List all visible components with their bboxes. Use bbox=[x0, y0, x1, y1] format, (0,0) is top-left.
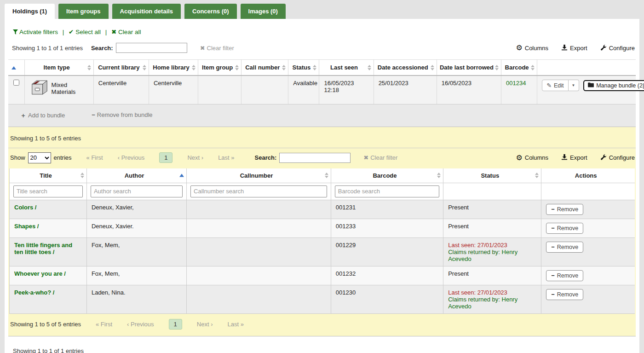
title-link[interactable]: Whoever you are / bbox=[14, 270, 66, 277]
title-link[interactable]: Peek-a-who? / bbox=[14, 289, 54, 296]
column-header-status[interactable]: Status bbox=[443, 168, 541, 183]
bundle-showing-info-bottom: Showing 1 to 5 of 5 entries bbox=[10, 321, 81, 328]
item-type-label: Mixed Materials bbox=[52, 81, 89, 95]
add-to-bundle-button[interactable]: ＋Add to bundle bbox=[20, 111, 65, 120]
manage-bundle-button[interactable]: Manage bundle (2|3) bbox=[583, 80, 644, 91]
column-label: Callnumber bbox=[240, 172, 273, 179]
title-link[interactable]: Ten little fingers and ten little toes / bbox=[14, 242, 72, 255]
tab-item-groups[interactable]: Item groups bbox=[58, 4, 108, 19]
title-filter-input[interactable] bbox=[13, 185, 83, 197]
column-header-current-library[interactable]: Current library bbox=[93, 60, 149, 76]
remove-label: Remove bbox=[557, 206, 579, 213]
tab-holdings[interactable]: Holdings (1) bbox=[5, 4, 55, 19]
remove-button[interactable]: −Remove bbox=[546, 270, 583, 281]
pagination-first-button[interactable]: « First bbox=[86, 154, 103, 161]
column-header-item-type[interactable]: Item type bbox=[24, 60, 93, 76]
column-header-select[interactable] bbox=[8, 60, 24, 76]
row-select-checkbox[interactable] bbox=[13, 80, 19, 86]
pagination-page-1-button[interactable]: 1 bbox=[169, 319, 182, 330]
sort-icon bbox=[437, 173, 441, 178]
sort-icon bbox=[192, 65, 196, 70]
column-label: Title bbox=[40, 172, 52, 179]
column-header-status[interactable]: Status bbox=[288, 60, 319, 76]
pagination-next-button[interactable]: Next › bbox=[197, 321, 213, 328]
edit-dropdown-toggle[interactable]: ▼ bbox=[569, 80, 579, 91]
holdings-search-input[interactable] bbox=[116, 43, 187, 53]
holdings-showing-info: Showing 1 to 1 of 1 entries bbox=[12, 45, 83, 52]
page-size-select[interactable]: 20 bbox=[28, 152, 51, 163]
holdings-showing-info-bottom: Showing 1 to 1 of 1 entries bbox=[8, 336, 636, 353]
column-label: Home library bbox=[153, 64, 189, 71]
remove-from-bundle-button[interactable]: −Remove from bundle bbox=[92, 111, 152, 120]
pagination-previous-button[interactable]: ‹ Previous bbox=[118, 154, 145, 161]
configure-button[interactable]: Configure bbox=[600, 154, 635, 162]
column-header-call-number[interactable]: Call number bbox=[242, 60, 288, 76]
minus-icon: − bbox=[551, 272, 554, 279]
status-cell: Last seen: 27/01/2023 Claims returned by… bbox=[443, 237, 541, 266]
column-header-callnumber[interactable]: Callnumber bbox=[187, 168, 331, 183]
remove-label: Remove bbox=[557, 244, 579, 250]
export-button[interactable]: Export bbox=[561, 154, 587, 162]
activate-filters-link[interactable]: Activate filters bbox=[13, 29, 58, 35]
pagination-previous-button[interactable]: ‹ Previous bbox=[127, 321, 154, 328]
pagination-last-button[interactable]: Last » bbox=[218, 154, 234, 161]
column-header-title[interactable]: Title bbox=[10, 168, 87, 183]
column-header-date-accessioned[interactable]: Date accessioned bbox=[374, 60, 437, 76]
status-cell: Present bbox=[443, 200, 541, 219]
callnumber-filter-input[interactable] bbox=[190, 185, 327, 197]
remove-button[interactable]: −Remove bbox=[546, 242, 583, 253]
export-button[interactable]: Export bbox=[561, 44, 587, 52]
clear-all-link[interactable]: ✖ Clear all bbox=[111, 29, 141, 35]
configure-button[interactable]: Configure bbox=[600, 44, 635, 52]
plus-icon: ＋ bbox=[20, 112, 26, 119]
column-header-barcode[interactable]: Barcode bbox=[331, 168, 443, 183]
column-label: Actions bbox=[575, 172, 597, 179]
column-header-barcode[interactable]: Barcode bbox=[501, 60, 537, 76]
bundle-clear-filter-button[interactable]: ✖Clear filter bbox=[363, 154, 397, 161]
remove-button[interactable]: −Remove bbox=[546, 289, 583, 300]
date-accessioned-cell: 25/01/2023 bbox=[374, 75, 437, 104]
bundle-search-input[interactable] bbox=[279, 153, 351, 163]
bundle-action-bar: ＋Add to bundle −Remove from bundle bbox=[8, 104, 636, 127]
barcode-filter-input[interactable] bbox=[335, 185, 439, 197]
folder-icon bbox=[588, 82, 594, 89]
table-row: Shapes / Deneux, Xavier. 001233 Present … bbox=[10, 219, 635, 237]
status-cell: Present bbox=[443, 266, 541, 285]
title-link[interactable]: Colors / bbox=[14, 204, 36, 211]
pagination-first-button[interactable]: « First bbox=[96, 321, 112, 328]
entries-label: entries bbox=[54, 154, 72, 161]
pagination-page-1-button[interactable]: 1 bbox=[159, 152, 172, 163]
pagination-last-button[interactable]: Last » bbox=[228, 321, 244, 328]
column-header-item-group[interactable]: Item group bbox=[198, 60, 242, 76]
sort-icon bbox=[235, 65, 239, 70]
barcode-link[interactable]: 001234 bbox=[506, 80, 526, 87]
columns-button[interactable]: ⚙Columns bbox=[516, 154, 548, 162]
author-filter-input[interactable] bbox=[91, 185, 183, 197]
funnel-icon bbox=[13, 29, 19, 35]
holdings-clear-filter-button[interactable]: ✖Clear filter bbox=[200, 45, 234, 52]
select-all-link[interactable]: ✔ Select all bbox=[69, 29, 101, 35]
column-header-last-seen[interactable]: Last seen bbox=[319, 60, 374, 76]
table-row: Colors / Deneux, Xavier, 001231 Present … bbox=[10, 200, 635, 219]
columns-label: Columns bbox=[525, 45, 548, 52]
export-icon bbox=[561, 154, 568, 162]
sort-icon bbox=[80, 173, 84, 178]
columns-button[interactable]: ⚙Columns bbox=[516, 44, 548, 52]
tab-concerns[interactable]: Concerns (0) bbox=[184, 4, 236, 19]
remove-button[interactable]: −Remove bbox=[546, 204, 583, 215]
column-header-date-last-borrowed[interactable]: Date last borrowed bbox=[437, 60, 501, 76]
column-label: Date accessioned bbox=[378, 64, 428, 71]
title-link[interactable]: Shapes / bbox=[14, 223, 39, 230]
export-label: Export bbox=[570, 45, 587, 52]
bundle-pagination-bottom: « First ‹ Previous 1 Next › Last » bbox=[81, 319, 244, 330]
tab-images[interactable]: Images (0) bbox=[241, 4, 286, 19]
holdings-table: Item type Current library Home library I… bbox=[8, 59, 636, 104]
pagination-next-button[interactable]: Next › bbox=[187, 154, 203, 161]
wrench-icon bbox=[600, 44, 607, 52]
tab-acquisition-details[interactable]: Acquisition details bbox=[112, 4, 181, 19]
column-header-home-library[interactable]: Home library bbox=[149, 60, 198, 76]
column-header-author[interactable]: Author bbox=[86, 168, 186, 183]
edit-button[interactable]: ✎Edit bbox=[542, 80, 568, 91]
remove-button[interactable]: −Remove bbox=[546, 223, 583, 234]
column-label: Barcode bbox=[505, 64, 529, 71]
